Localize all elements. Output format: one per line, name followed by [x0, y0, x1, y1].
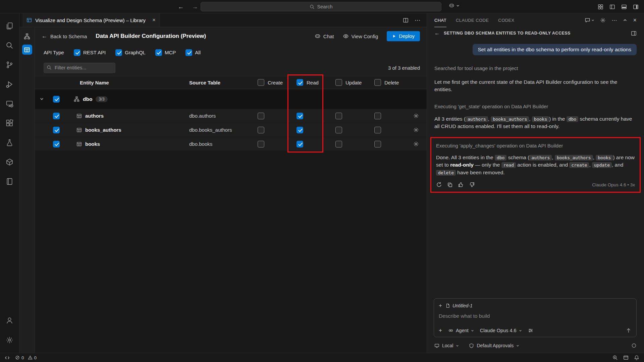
update-all-checkbox[interactable] — [335, 79, 342, 86]
create-checkbox[interactable] — [258, 113, 264, 119]
customize-layout-icon[interactable] — [598, 4, 603, 10]
tab-claude-code[interactable]: CLAUDE CODE — [456, 13, 489, 27]
tools-sliders-icon[interactable] — [528, 328, 533, 333]
entity-settings-gear-icon[interactable] — [409, 127, 427, 133]
chat-input-box[interactable]: + Untitled-1 + Agent Claude Opus 4.6 — [434, 298, 637, 337]
deploy-button[interactable]: Deploy — [387, 31, 420, 41]
chat-more-actions-icon[interactable]: ⋯ — [611, 17, 617, 23]
delete-checkbox[interactable] — [374, 141, 381, 147]
error-count: 0 — [21, 355, 24, 360]
copilot-menu-button[interactable] — [449, 3, 460, 8]
notifications-bell-icon[interactable] — [634, 355, 639, 360]
source-control-icon[interactable] — [0, 55, 19, 74]
update-checkbox[interactable] — [335, 141, 342, 147]
browser-window-icon[interactable] — [623, 355, 629, 360]
create-checkbox[interactable] — [258, 127, 264, 133]
toggle-panel-icon[interactable] — [621, 4, 627, 10]
more-actions-icon[interactable]: ⋯ — [415, 17, 421, 24]
view-config-button[interactable]: View Config — [343, 33, 378, 39]
entity-settings-gear-icon[interactable] — [409, 113, 427, 119]
package-cube-icon[interactable] — [0, 152, 19, 172]
add-context-icon[interactable]: + — [439, 302, 442, 309]
entity-name: authors — [85, 113, 104, 119]
remote-explorer-icon[interactable] — [0, 94, 19, 113]
session-progress-icon[interactable] — [631, 343, 637, 348]
row-select-checkbox[interactable] — [53, 127, 60, 133]
collapse-chevron-icon[interactable] — [35, 97, 48, 101]
chat-settings-gear-icon[interactable] — [600, 17, 606, 23]
tab-chat[interactable]: CHAT — [434, 13, 446, 27]
entity-settings-gear-icon[interactable] — [409, 141, 427, 147]
tab-codex[interactable]: CODEX — [498, 13, 514, 27]
all-checkbox[interactable] — [185, 49, 192, 56]
model-picker-dropdown[interactable]: Claude Opus 4.6 — [480, 328, 522, 333]
schema-select-checkbox[interactable] — [53, 96, 60, 103]
toggle-sidebar-icon[interactable] — [609, 4, 615, 10]
row-select-checkbox[interactable] — [53, 141, 60, 147]
read-checkbox[interactable] — [297, 113, 303, 119]
attach-icon[interactable]: + — [439, 327, 442, 334]
retry-icon[interactable] — [436, 182, 442, 188]
row-select-checkbox[interactable] — [53, 113, 60, 119]
problems-indicator[interactable]: 0 0 — [15, 355, 37, 360]
delete-checkbox[interactable] — [374, 127, 381, 133]
delete-all-checkbox[interactable] — [374, 79, 381, 86]
tab-visualize-schema[interactable]: Visualize and Design Schema (Preview) – … — [22, 13, 160, 27]
thumbs-down-icon[interactable] — [469, 182, 475, 188]
back-arrow-icon[interactable]: ← — [178, 3, 184, 10]
read-all-checkbox[interactable] — [297, 79, 303, 86]
maximize-panel-icon[interactable] — [623, 18, 627, 22]
close-panel-icon[interactable]: × — [633, 17, 637, 24]
search-sidebar-icon[interactable] — [0, 36, 19, 55]
agent-mode-dropdown[interactable]: Agent — [448, 328, 474, 333]
explorer-icon[interactable] — [0, 16, 19, 36]
testing-icon[interactable] — [0, 133, 19, 152]
table-row-books: books dbo.books — [35, 137, 427, 151]
source-table: dbo.authors — [176, 113, 253, 119]
session-back-icon[interactable]: ← — [434, 30, 440, 36]
create-checkbox[interactable] — [258, 141, 264, 147]
open-in-editor-icon[interactable] — [631, 31, 637, 36]
update-checkbox[interactable] — [335, 113, 342, 119]
split-editor-icon[interactable] — [403, 17, 409, 23]
run-debug-icon[interactable] — [0, 74, 19, 94]
new-chat-dropdown[interactable] — [585, 17, 594, 23]
chat-prompt-input[interactable] — [439, 313, 632, 319]
update-checkbox[interactable] — [335, 127, 342, 133]
back-to-schema-button[interactable]: ← Back to Schema — [42, 33, 87, 40]
read-checkbox[interactable] — [297, 127, 303, 133]
command-center-search[interactable]: Search — [201, 2, 441, 11]
schema-designer-view-icon[interactable] — [22, 31, 32, 41]
api-builder-view-icon[interactable] — [22, 45, 32, 55]
settings-gear-icon[interactable] — [0, 330, 19, 350]
environment-dropdown[interactable]: Local — [434, 343, 459, 348]
dab-config-page: ← Back to Schema Data API Builder Config… — [35, 27, 427, 353]
chat-button[interactable]: Chat — [315, 33, 334, 39]
account-icon[interactable] — [0, 311, 19, 330]
rest-api-checkbox[interactable] — [74, 49, 80, 56]
graphql-checkbox[interactable] — [115, 49, 122, 56]
toggle-secondary-sidebar-icon[interactable] — [633, 4, 639, 10]
remote-window-icon[interactable] — [5, 355, 10, 360]
delete-checkbox[interactable] — [374, 113, 381, 119]
create-all-checkbox[interactable] — [258, 79, 264, 86]
chat-panel-tabs: CHAT CLAUDE CODE CODEX ⋯ × — [427, 13, 644, 27]
zoom-in-icon[interactable] — [612, 355, 618, 360]
extensions-icon[interactable] — [0, 113, 19, 133]
read-checkbox[interactable] — [297, 141, 303, 147]
send-icon[interactable] — [626, 327, 632, 334]
approvals-dropdown[interactable]: Default Approvals — [469, 343, 519, 348]
schema-group-row: dbo 3/3 — [35, 89, 427, 109]
filter-entities-input[interactable] — [44, 63, 115, 73]
tab-close-icon[interactable]: × — [152, 17, 156, 23]
api-option-mcp: MCP — [155, 49, 176, 56]
copy-icon[interactable] — [447, 182, 453, 188]
assistant-paragraph: Let me first get the current state of th… — [434, 78, 637, 94]
api-option-graphql: GraphQL — [115, 49, 146, 56]
mcp-checkbox[interactable] — [155, 49, 162, 56]
context-chip[interactable]: Untitled-1 — [445, 303, 473, 308]
forward-arrow-icon[interactable]: → — [192, 3, 198, 10]
copilot-icon — [449, 3, 454, 8]
thumbs-up-icon[interactable] — [458, 182, 464, 188]
notebook-icon[interactable] — [0, 172, 19, 191]
